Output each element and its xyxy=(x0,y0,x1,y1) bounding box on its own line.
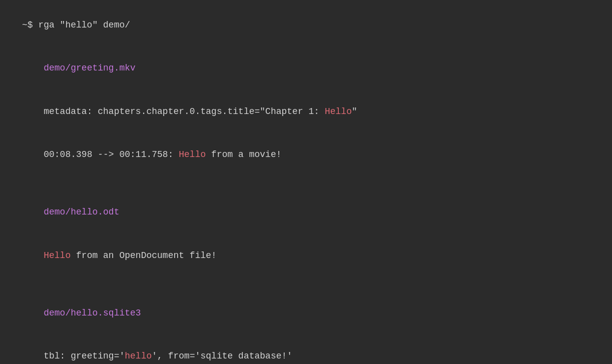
mkv-line-2: 00:08.398 --> 00:11.758: Hello from a mo… xyxy=(22,133,590,176)
terminal-window: ~$ rga "hello" demo/ demo/greeting.mkv m… xyxy=(0,0,612,364)
command-prompt: ~$ rga "hello" demo/ xyxy=(22,18,590,32)
blank-line-3 xyxy=(22,277,590,292)
filename-sqlite3: demo/hello.sqlite3 xyxy=(22,292,590,334)
filename-odt: demo/hello.odt xyxy=(22,191,590,234)
blank-line-2 xyxy=(22,176,590,191)
filename-mkv: demo/greeting.mkv xyxy=(22,47,590,90)
blank-line-1 xyxy=(22,32,590,47)
odt-line-1: Hello from an OpenDocument file! xyxy=(22,234,590,277)
mkv-line-1: metadata: chapters.chapter.0.tags.title=… xyxy=(22,90,590,133)
sqlite3-line-1: tbl: greeting='hello', from='sqlite data… xyxy=(22,335,590,364)
